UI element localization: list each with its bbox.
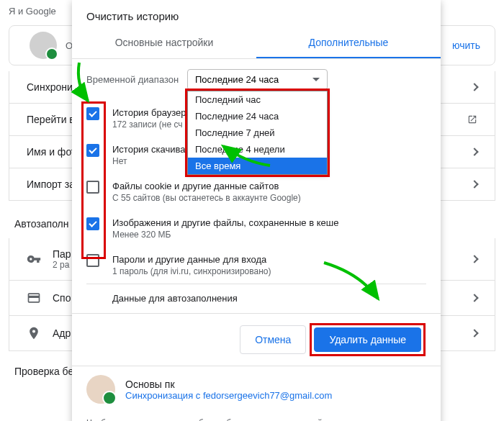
option-title: Пароли и другие данные для входа [112, 254, 426, 265]
tab-advanced[interactable]: Дополнительные [256, 28, 441, 58]
footer-profile-sync: Синхронизация с fedorsergeevich77@gmail.… [125, 390, 332, 401]
option-cached-images: Изображения и другие файлы, сохраненные … [86, 210, 426, 247]
chevron-right-icon [470, 148, 478, 155]
time-range-row: Временной диапазон Последние 24 часа Пос… [72, 59, 441, 100]
range-option-24-hours[interactable]: Последние 24 часа [188, 108, 327, 125]
key-icon [27, 252, 41, 266]
option-sub: С 55 сайтов (вы останетесь в аккаунте Go… [112, 193, 426, 203]
range-option-4-weeks[interactable]: Последние 4 недели [188, 141, 327, 158]
option-passwords: Пароли и другие данные для входа1 пароль… [86, 247, 426, 284]
chevron-right-icon [470, 180, 478, 188]
dialog-actions: Отмена Удалить данные [72, 313, 441, 366]
checkbox-cookies[interactable] [86, 181, 99, 194]
tab-basic[interactable]: Основные настройки [72, 28, 256, 58]
delete-data-button[interactable]: Удалить данные [314, 327, 421, 352]
option-title: Данные для автозаполнения [112, 293, 426, 304]
checkbox-cached-images[interactable] [86, 217, 99, 230]
bg-item-label: Импорт за [27, 178, 75, 190]
cancel-button[interactable]: Отмена [240, 325, 306, 354]
option-autofill: Данные для автозаполнения [86, 284, 426, 313]
footer-note-text: Чтобы удалить данные о работе в браузере… [86, 418, 416, 421]
chevron-right-icon [470, 294, 478, 302]
option-sub: 1 пароль (для ivi.ru, синхронизировано) [112, 266, 426, 276]
chevron-right-icon [470, 83, 478, 91]
dialog-footer-profile: Основы пк Синхронизация с fedorsergeevic… [72, 366, 441, 411]
card-icon [27, 291, 41, 305]
checkmark-icon [89, 109, 96, 117]
avatar [30, 32, 57, 59]
time-range-label: Временной диапазон [86, 74, 187, 85]
chevron-right-icon [470, 329, 478, 337]
dialog-footer-note: Чтобы удалить данные о работе в браузере… [72, 411, 441, 421]
checkbox-browsing-history[interactable] [86, 107, 99, 120]
dialog-title: Очистить историю [72, 0, 441, 28]
option-sub: Менее 320 МБ [112, 230, 426, 240]
bg-item-label: Имя и фот [27, 146, 76, 158]
range-option-last-hour[interactable]: Последний час [188, 91, 327, 108]
option-title: Изображения и другие файлы, сохраненные … [112, 217, 426, 228]
chevron-down-icon [312, 78, 320, 81]
bg-item-label: Синхрониз [27, 81, 77, 93]
bg-item-label: Перейти в [27, 114, 75, 125]
footer-profile-name: Основы пк [125, 379, 332, 390]
time-range-dropdown[interactable]: Последние 24 часа [187, 69, 328, 90]
enable-button[interactable]: ючить [452, 40, 480, 51]
option-title: Файлы cookie и другие данные сайтов [112, 181, 426, 191]
clear-history-dialog: Очистить историю Основные настройки Допо… [72, 0, 441, 421]
external-link-icon [467, 114, 477, 125]
time-range-menu: Последний час Последние 24 часа Последни… [187, 91, 328, 175]
dropdown-selected: Последние 24 часа [195, 74, 279, 85]
range-option-all-time[interactable]: Все время [188, 158, 327, 174]
location-icon [27, 326, 41, 340]
range-option-7-days[interactable]: Последние 7 дней [188, 125, 327, 141]
dialog-tabs: Основные настройки Дополнительные [72, 28, 441, 59]
chevron-right-icon [470, 255, 478, 263]
checkbox-passwords[interactable] [86, 254, 99, 267]
checkbox-download-history[interactable] [86, 144, 99, 157]
checkmark-icon [89, 145, 96, 153]
avatar [86, 375, 115, 404]
checkmark-icon [89, 219, 96, 227]
option-cookies: Файлы cookie и другие данные сайтовС 55 … [86, 173, 426, 210]
